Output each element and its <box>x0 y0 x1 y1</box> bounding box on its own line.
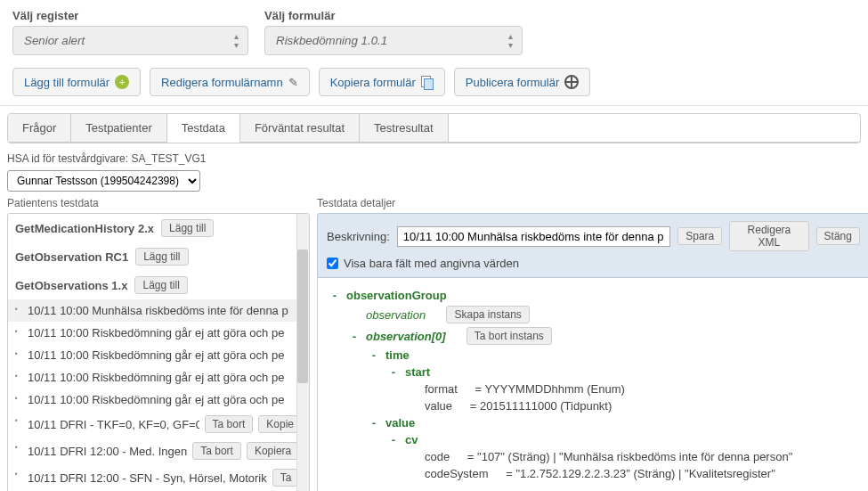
action-buttons: Lägg till formulär + Redigera formulärna… <box>12 68 856 96</box>
detail-header: Beskrivning: Spara Redigera XML Stäng Vi… <box>317 213 868 278</box>
form-value: Riskbedömning 1.0.1 <box>276 34 387 47</box>
tree-key: time <box>385 348 410 362</box>
tree-key: value <box>425 399 452 413</box>
add-button[interactable]: Lägg till <box>134 276 187 294</box>
list-item[interactable]: 10/11 DFRI - TKF=0, KF=0, GF=0Ta bortKop… <box>8 411 309 438</box>
close-button[interactable]: Stäng <box>816 227 860 245</box>
form-dropdown[interactable]: Riskbedömning 1.0.1 ▴▾ <box>264 26 523 55</box>
tree-key: format <box>425 382 458 396</box>
list-item[interactable]: 10/11 DFRI 12:00 - SFN - Syn, Hörsel, Mo… <box>8 464 309 491</box>
list-item[interactable]: 10/11 10:00 Riskbedömning går ej att gör… <box>8 344 309 366</box>
tree-key: cv <box>405 433 418 446</box>
tabs: Frågor Testpatienter Testdata Förväntat … <box>8 114 860 143</box>
collapse-icon[interactable]: - <box>389 365 398 379</box>
tab-container: Frågor Testpatienter Testdata Förväntat … <box>7 113 861 143</box>
collapse-icon[interactable]: - <box>330 289 339 302</box>
tree-key: observationGroup <box>346 289 447 302</box>
tab-testpatienter[interactable]: Testpatienter <box>71 114 166 142</box>
left-column: Patientens testdata GetMedicationHistory… <box>7 192 310 491</box>
item-text: 10/11 DFRI 12:00 - Med. Ingen <box>28 445 187 458</box>
collapse-icon[interactable]: - <box>369 416 378 430</box>
globe-icon <box>564 75 579 89</box>
publish-form-button[interactable]: Publicera formulär <box>454 68 591 96</box>
save-button[interactable]: Spara <box>677 227 722 245</box>
tree-key: observation <box>366 308 426 322</box>
form-label: Välj formulär <box>264 9 523 22</box>
register-label: Välj register <box>12 9 248 22</box>
tree-view: - observationGroup - observation Skapa i… <box>317 278 868 491</box>
scrollbar-track[interactable] <box>296 214 309 491</box>
item-text: 10/11 DFRI - TKF=0, KF=0, GF=0 <box>28 418 199 431</box>
service-name: GetObservation RC1 <box>15 250 128 264</box>
chevron-updown-icon: ▴▾ <box>234 32 239 50</box>
tree-value: = "1.2.752.129.2.2.3.23" (Sträng) | "Kva… <box>506 467 775 480</box>
register-value: Senior alert <box>24 34 85 47</box>
collapse-icon[interactable]: - <box>389 433 398 446</box>
pencil-icon: ✎ <box>288 76 298 89</box>
item-text: 10/11 DFRI 12:00 - SFN - Syn, Hörsel, Mo… <box>28 471 267 485</box>
create-instance-button[interactable]: Skapa instans <box>446 306 529 323</box>
edit-form-name-button[interactable]: Redigera formulärnamn ✎ <box>150 68 310 96</box>
item-text: 10/11 10:00 Riskbedömning går ej att gör… <box>28 371 284 384</box>
filter-checkbox[interactable] <box>327 258 338 269</box>
list-item[interactable]: 10/11 10:00 Riskbedömning går ej att gör… <box>8 322 309 344</box>
item-action-button[interactable]: Ta <box>272 469 300 487</box>
list-item[interactable]: 10/11 10:00 Munhälsa riskbedöms inte för… <box>8 299 309 322</box>
chevron-updown-icon: ▴▾ <box>508 32 513 50</box>
service-name: GetMedicationHistory 2.x <box>15 222 154 235</box>
tree-value: = 201511111000 (Tidpunkt) <box>470 399 612 413</box>
add-form-button[interactable]: Lägg till formulär + <box>12 68 141 96</box>
scrollbar-thumb[interactable] <box>297 250 308 383</box>
description-input[interactable] <box>397 226 670 247</box>
tab-fragor[interactable]: Frågor <box>8 114 71 142</box>
list-item[interactable]: 10/11 DFRI 12:00 - Med. IngenTa bortKopi… <box>8 438 309 464</box>
form-header: Välj register Senior alert ▴▾ Välj formu… <box>0 0 868 106</box>
tree-key: start <box>405 365 430 379</box>
item-text: 10/11 10:00 Riskbedömning går ej att gör… <box>28 348 284 362</box>
item-text: 10/11 10:00 Munhälsa riskbedöms inte för… <box>28 304 288 317</box>
filter-checkbox-label[interactable]: Visa bara fält med angivna värden <box>327 257 860 270</box>
register-dropdown[interactable]: Senior alert ▴▾ <box>12 26 248 55</box>
tree-value: = "107" (Sträng) | "Munhälsa riskbedöms … <box>467 450 792 463</box>
remove-instance-button[interactable]: Ta bort instans <box>466 327 552 345</box>
item-action-button[interactable]: Ta bort <box>192 442 241 460</box>
left-title: Patientens testdata <box>7 197 310 209</box>
tab-testresultat[interactable]: Testresultat <box>360 114 448 142</box>
desc-label: Beskrivning: <box>327 230 390 243</box>
list-item[interactable]: 10/11 10:00 Riskbedömning går ej att gör… <box>8 389 309 411</box>
collapse-icon[interactable]: - <box>350 330 359 343</box>
tree-key: code <box>425 450 450 463</box>
item-action-button[interactable]: Kopie <box>258 415 302 433</box>
tree-value: = YYYYMMDDhhmm (Enum) <box>475 382 624 396</box>
testdata-list: GetMedicationHistory 2.x Lägg till GetOb… <box>7 213 310 491</box>
list-item[interactable]: 10/11 10:00 Riskbedömning går ej att gör… <box>8 366 309 389</box>
tree-key: observation[0] <box>366 330 446 343</box>
form-selector-group: Välj formulär Riskbedömning 1.0.1 ▴▾ <box>264 9 523 55</box>
add-button[interactable]: Lägg till <box>161 219 214 237</box>
right-title: Testdata detaljer <box>317 197 868 209</box>
tree-key: codeSystem <box>425 467 489 480</box>
item-action-button[interactable]: Kopiera <box>247 442 299 460</box>
copy-form-button[interactable]: Kopiera formulär <box>319 68 445 96</box>
item-action-button[interactable]: Ta bort <box>205 415 254 433</box>
item-text: 10/11 10:00 Riskbedömning går ej att gör… <box>28 326 284 340</box>
patient-select[interactable]: Gunnar Testsson (199504242398) <box>7 170 200 192</box>
copy-icon <box>421 76 434 88</box>
tree-key: value <box>385 416 415 430</box>
right-column: Testdata detaljer Beskrivning: Spara Red… <box>317 192 868 491</box>
service-name: GetObservations 1.x <box>15 279 127 292</box>
edit-xml-button[interactable]: Redigera XML <box>729 221 808 251</box>
tab-content-header: HSA id för testvårdgivare: SA_TEST_VG1 G… <box>0 143 868 192</box>
collapse-icon[interactable]: - <box>369 348 378 362</box>
hsa-id-line: HSA id för testvårdgivare: SA_TEST_VG1 <box>7 152 861 165</box>
add-button[interactable]: Lägg till <box>135 248 188 266</box>
tab-forvantat[interactable]: Förväntat resultat <box>240 114 360 142</box>
item-text: 10/11 10:00 Riskbedömning går ej att gör… <box>28 393 284 406</box>
plus-icon: + <box>115 75 129 89</box>
tab-testdata[interactable]: Testdata <box>167 114 240 143</box>
register-selector-group: Välj register Senior alert ▴▾ <box>12 9 248 55</box>
